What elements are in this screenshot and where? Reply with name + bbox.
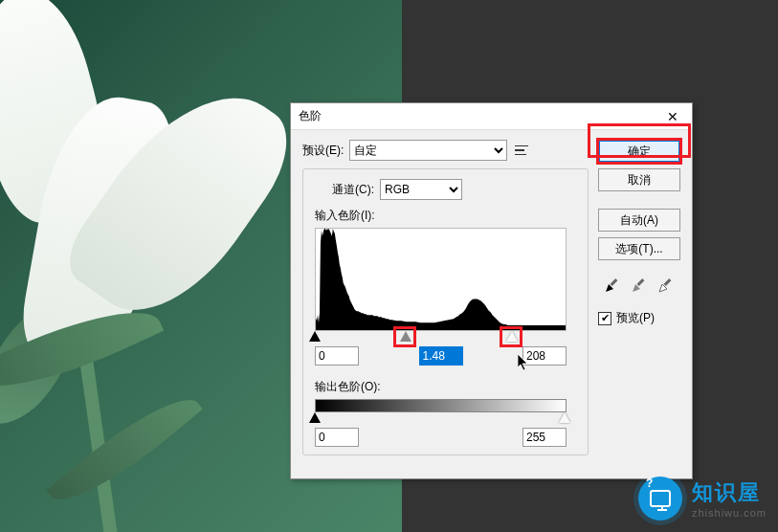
ok-button[interactable]: 确定 (598, 140, 680, 163)
svg-rect-1 (637, 278, 645, 286)
preview-checkbox[interactable]: ✔ (598, 312, 611, 325)
dialog-title: 色阶 (299, 108, 322, 124)
preset-label: 预设(E): (302, 143, 344, 159)
black-point-eyedropper-icon[interactable] (603, 276, 622, 295)
watermark: ? 知识屋 zhishiwu.com (638, 477, 767, 521)
white-point-eyedropper-icon[interactable] (656, 276, 676, 295)
watermark-url: zhishiwu.com (692, 507, 767, 519)
input-white-value[interactable] (522, 346, 567, 366)
histogram-graph (316, 229, 566, 330)
histogram[interactable] (315, 228, 567, 331)
input-levels-label: 输入色阶(I): (315, 208, 576, 224)
dialog-titlebar[interactable]: 色阶 ✕ (291, 103, 692, 130)
input-mid-handle[interactable] (400, 331, 411, 342)
watermark-logo-icon: ? (638, 477, 682, 521)
input-slider-track[interactable] (315, 331, 567, 344)
input-black-value[interactable] (315, 346, 359, 366)
eyedropper-group (598, 276, 680, 295)
output-white-value[interactable] (522, 428, 567, 447)
close-button[interactable]: ✕ (654, 103, 692, 130)
watermark-name: 知识屋 (692, 478, 767, 507)
output-gradient (315, 399, 567, 412)
cancel-button[interactable]: 取消 (598, 168, 680, 191)
levels-group: 通道(C): RGB 输入色阶(I): (302, 168, 589, 455)
channel-select[interactable]: RGB (380, 179, 462, 200)
output-white-handle[interactable] (559, 412, 570, 423)
input-black-handle[interactable] (309, 331, 321, 342)
svg-rect-2 (664, 278, 672, 286)
input-mid-value[interactable] (419, 346, 463, 366)
input-white-handle[interactable] (506, 331, 518, 342)
levels-dialog: 色阶 ✕ 预设(E): 自定 通道(C): RGB 输入色阶(I): (290, 102, 693, 479)
preset-select[interactable]: 自定 (349, 140, 507, 161)
preview-checkbox-row[interactable]: ✔ 预览(P) (598, 310, 680, 326)
output-slider-track[interactable] (315, 412, 567, 426)
output-black-handle[interactable] (309, 412, 321, 423)
auto-button[interactable]: 自动(A) (598, 209, 680, 232)
preset-menu-icon[interactable] (513, 142, 532, 159)
output-black-value[interactable] (315, 428, 359, 447)
channel-label: 通道(C): (332, 182, 374, 198)
preview-label: 预览(P) (616, 310, 655, 326)
close-icon: ✕ (667, 109, 678, 124)
options-button[interactable]: 选项(T)... (598, 237, 680, 260)
gray-point-eyedropper-icon[interactable] (630, 276, 649, 295)
svg-rect-0 (611, 278, 618, 286)
output-levels-label: 输出色阶(O): (315, 379, 576, 395)
